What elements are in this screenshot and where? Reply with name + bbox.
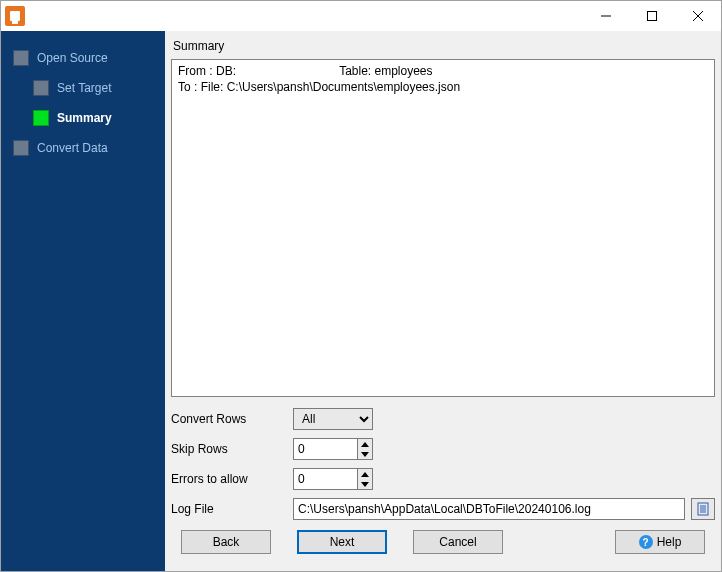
svg-rect-1 <box>648 12 657 21</box>
skip-rows-input[interactable] <box>293 438 357 460</box>
step-box-icon <box>33 110 49 126</box>
close-icon <box>693 11 703 21</box>
sidebar-item-label: Set Target <box>57 81 111 95</box>
back-button[interactable]: Back <box>181 530 271 554</box>
sidebar-item-open-source[interactable]: Open Source <box>1 43 165 73</box>
errors-allow-input[interactable] <box>293 468 357 490</box>
label-convert-rows: Convert Rows <box>171 412 293 426</box>
row-log-file: Log File <box>171 497 715 521</box>
svg-marker-4 <box>361 442 369 447</box>
step-box-icon <box>33 80 49 96</box>
row-skip-rows: Skip Rows <box>171 437 715 461</box>
sidebar-item-label: Summary <box>57 111 112 125</box>
button-bar: Back Next Cancel ? Help <box>171 525 715 565</box>
sidebar-item-set-target[interactable]: Set Target <box>1 73 165 103</box>
maximize-button[interactable] <box>629 1 675 31</box>
svg-marker-5 <box>361 452 369 457</box>
step-box-icon <box>13 140 29 156</box>
sidebar-item-summary[interactable]: Summary <box>1 103 165 133</box>
minimize-icon <box>601 11 611 21</box>
log-file-browse-button[interactable] <box>691 498 715 520</box>
help-button[interactable]: ? Help <box>615 530 705 554</box>
close-button[interactable] <box>675 1 721 31</box>
svg-rect-8 <box>698 503 708 515</box>
label-errors-allow: Errors to allow <box>171 472 293 486</box>
help-button-label: Help <box>657 535 682 549</box>
wizard-sidebar: Open Source Set Target Summary Convert D… <box>1 31 165 571</box>
minimize-button[interactable] <box>583 1 629 31</box>
sidebar-item-convert-data[interactable]: Convert Data <box>1 133 165 163</box>
row-errors-allow: Errors to allow <box>171 467 715 491</box>
row-convert-rows: Convert Rows All <box>171 407 715 431</box>
next-button-label: Next <box>330 535 355 549</box>
chevron-up-icon <box>361 442 369 447</box>
titlebar <box>1 1 721 31</box>
errors-allow-up-button[interactable] <box>358 469 372 479</box>
back-button-label: Back <box>213 535 240 549</box>
chevron-down-icon <box>361 452 369 457</box>
log-file-input[interactable] <box>293 498 685 520</box>
skip-rows-spinner <box>293 438 373 460</box>
next-button[interactable]: Next <box>297 530 387 554</box>
label-log-file: Log File <box>171 502 293 516</box>
cancel-button-label: Cancel <box>439 535 476 549</box>
errors-allow-down-button[interactable] <box>358 479 372 489</box>
sidebar-item-label: Open Source <box>37 51 108 65</box>
svg-marker-6 <box>361 472 369 477</box>
sidebar-item-label: Convert Data <box>37 141 108 155</box>
maximize-icon <box>647 11 657 21</box>
summary-text-box[interactable]: From : DB: Table: employees To : File: C… <box>171 59 715 397</box>
document-icon <box>696 502 710 516</box>
convert-rows-select[interactable]: All <box>293 408 373 430</box>
skip-rows-down-button[interactable] <box>358 449 372 459</box>
chevron-down-icon <box>361 482 369 487</box>
skip-rows-up-button[interactable] <box>358 439 372 449</box>
errors-allow-spinner <box>293 468 373 490</box>
window-controls <box>583 1 721 31</box>
options-form: Convert Rows All Skip Rows Errors to all… <box>171 407 715 521</box>
step-box-icon <box>13 50 29 66</box>
cancel-button[interactable]: Cancel <box>413 530 503 554</box>
help-icon: ? <box>639 535 653 549</box>
app-icon <box>5 6 25 26</box>
section-label: Summary <box>171 37 715 55</box>
svg-marker-7 <box>361 482 369 487</box>
label-skip-rows: Skip Rows <box>171 442 293 456</box>
main-panel: Summary From : DB: Table: employees To :… <box>165 31 721 571</box>
chevron-up-icon <box>361 472 369 477</box>
